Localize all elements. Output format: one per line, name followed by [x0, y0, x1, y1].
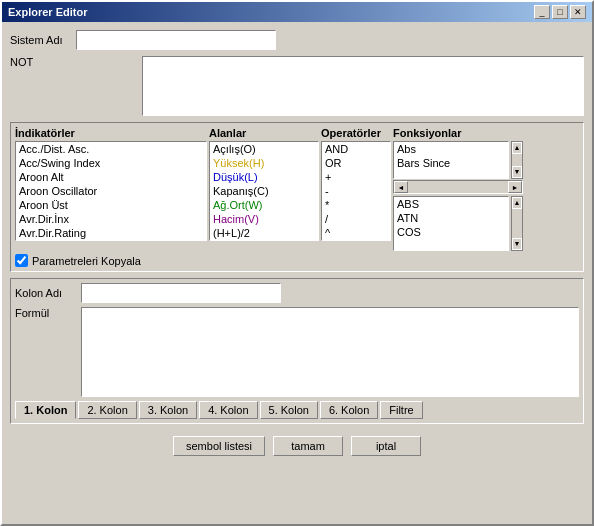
window-content: Sistem Adı NOT İndikatörler Alanlar Oper…: [2, 22, 592, 524]
alanlar-list[interactable]: Açılış(O) Yüksek(H) Düşük(L) Kapanış(C) …: [209, 141, 319, 241]
tamam-button[interactable]: tamam: [273, 436, 343, 456]
scroll-down-btn[interactable]: ▼: [512, 166, 522, 178]
list-item[interactable]: Acc/Swing Index: [16, 156, 206, 170]
list-item[interactable]: COS: [394, 225, 508, 239]
alanlar-header: Alanlar: [209, 127, 319, 139]
list-item[interactable]: +: [322, 170, 390, 184]
list-item[interactable]: ATN: [394, 211, 508, 225]
list-item[interactable]: Aroon Alt: [16, 170, 206, 184]
iptal-button[interactable]: iptal: [351, 436, 421, 456]
sembol-listesi-button[interactable]: sembol listesi: [173, 436, 265, 456]
title-bar: Explorer Editor _ □ ✕: [2, 2, 592, 22]
hscroll-track: [408, 182, 508, 192]
list-item[interactable]: Acc./Dist. Asc.: [16, 142, 206, 156]
explorer-editor-window: Explorer Editor _ □ ✕ Sistem Adı NOT İnd…: [0, 0, 594, 526]
list-item[interactable]: Avr.Dir.Rating: [16, 226, 206, 240]
kolon-adi-input[interactable]: [81, 283, 281, 303]
not-textarea[interactable]: [142, 56, 584, 116]
parametreler-kopyala-checkbox[interactable]: [15, 254, 28, 267]
operatörler-header: Operatörler: [321, 127, 391, 139]
list-item[interactable]: AND: [322, 142, 390, 156]
sistem-adi-row: Sistem Adı: [10, 30, 584, 50]
formul-textarea[interactable]: [81, 307, 579, 397]
not-label: NOT: [10, 56, 70, 68]
list-item[interactable]: Bars Since: [394, 156, 508, 170]
list-item[interactable]: *: [322, 198, 390, 212]
indikatörler-list[interactable]: Acc./Dist. Asc. Acc/Swing Index Aroon Al…: [15, 141, 207, 241]
kolon-adi-label: Kolon Adı: [15, 287, 75, 299]
indikatörler-header: İndikatörler: [15, 127, 207, 139]
formul-label: Formül: [15, 307, 75, 319]
operatörler-list[interactable]: AND OR + - * / ^: [321, 141, 391, 241]
window-title: Explorer Editor: [8, 6, 87, 18]
list-item[interactable]: Ağ.Ort(W): [210, 198, 318, 212]
list-item[interactable]: (H+L)/2: [210, 226, 318, 240]
list-item[interactable]: Avr.Dir.İnx: [16, 212, 206, 226]
list-item[interactable]: Hacim(V): [210, 212, 318, 226]
list-item[interactable]: Abs: [394, 142, 508, 156]
sistem-adi-input[interactable]: [76, 30, 276, 50]
tab-5-kolon[interactable]: 5. Kolon: [260, 401, 318, 419]
formul-area-row: Formül: [15, 307, 579, 397]
tab-4-kolon[interactable]: 4. Kolon: [199, 401, 257, 419]
list-item[interactable]: Aroon Üst: [16, 198, 206, 212]
bottom-form: Kolon Adı Formül 1. Kolon 2. Kolon 3. Ko…: [10, 278, 584, 424]
main-panel: İndikatörler Alanlar Operatörler Fonksiy…: [10, 122, 584, 272]
fonksiyonlar-upper-list[interactable]: Abs Bars Since: [393, 141, 509, 179]
fonksiyonlar-upper-scrollbar[interactable]: ▲ ▼: [511, 141, 523, 179]
tab-1-kolon[interactable]: 1. Kolon: [15, 401, 76, 419]
not-row: NOT: [10, 56, 584, 116]
bottom-buttons: sembol listesi tamam iptal: [10, 436, 584, 456]
tab-filtre[interactable]: Filtre: [380, 401, 422, 419]
tab-6-kolon[interactable]: 6. Kolon: [320, 401, 378, 419]
fonksiyonlar-container: Abs Bars Since ▲ ▼ ◄ ►: [393, 141, 523, 251]
lists-row: Acc./Dist. Asc. Acc/Swing Index Aroon Al…: [15, 141, 579, 251]
scroll-up-btn[interactable]: ▲: [512, 197, 522, 209]
sistem-adi-label: Sistem Adı: [10, 34, 70, 46]
columns-header: İndikatörler Alanlar Operatörler Fonksiy…: [15, 127, 579, 139]
scroll-track: [512, 209, 522, 238]
tab-2-kolon[interactable]: 2. Kolon: [78, 401, 136, 419]
list-item[interactable]: OR: [322, 156, 390, 170]
list-item[interactable]: Kapanış(C): [210, 184, 318, 198]
scroll-down-btn[interactable]: ▼: [512, 238, 522, 250]
list-item[interactable]: Aroon Oscillator: [16, 184, 206, 198]
scroll-right-btn[interactable]: ►: [508, 181, 522, 193]
kolon-tabs: 1. Kolon 2. Kolon 3. Kolon 4. Kolon 5. K…: [15, 401, 579, 419]
fonksiyonlar-hscrollbar[interactable]: ◄ ►: [393, 180, 523, 194]
fonksiyonlar-header: Fonksiyonlar: [393, 127, 523, 139]
parametreler-kopyala-row: Parametreleri Kopyala: [15, 254, 579, 267]
fonksiyonlar-lower-area: ABS ATN COS ▲ ▼: [393, 196, 523, 251]
fonksiyonlar-lower-scrollbar[interactable]: ▲ ▼: [511, 196, 523, 251]
list-item[interactable]: -: [322, 184, 390, 198]
fonksiyonlar-lower-list[interactable]: ABS ATN COS: [393, 196, 509, 251]
kolon-adi-row: Kolon Adı: [15, 283, 579, 303]
tab-3-kolon[interactable]: 3. Kolon: [139, 401, 197, 419]
scroll-left-btn[interactable]: ◄: [394, 181, 408, 193]
list-item[interactable]: ^: [322, 226, 390, 240]
list-item[interactable]: ABS: [394, 197, 508, 211]
scroll-up-btn[interactable]: ▲: [512, 142, 522, 154]
maximize-button[interactable]: □: [552, 5, 568, 19]
scroll-track: [512, 154, 522, 166]
list-item[interactable]: /: [322, 212, 390, 226]
list-item[interactable]: Yüksek(H): [210, 156, 318, 170]
list-item[interactable]: Düşük(L): [210, 170, 318, 184]
parametreler-kopyala-label: Parametreleri Kopyala: [32, 255, 141, 267]
close-button[interactable]: ✕: [570, 5, 586, 19]
minimize-button[interactable]: _: [534, 5, 550, 19]
list-item[interactable]: Açılış(O): [210, 142, 318, 156]
fonksiyonlar-upper-area: Abs Bars Since ▲ ▼: [393, 141, 523, 179]
title-bar-controls: _ □ ✕: [534, 5, 586, 19]
